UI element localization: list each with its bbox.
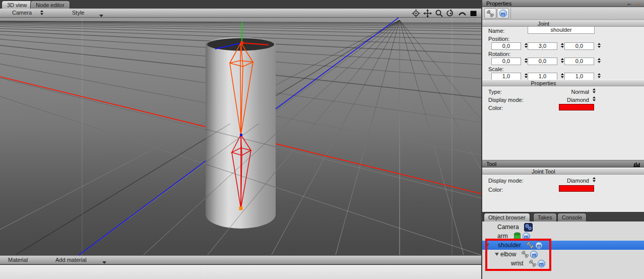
material-tab-button[interactable]: m: [497, 8, 509, 19]
app-window: 3D view Node editor Camera Style: [0, 0, 644, 279]
tab-console[interactable]: Console: [557, 213, 587, 221]
rotation-y-field[interactable]: 0,0: [528, 58, 557, 65]
position-z-spinner[interactable]: [598, 43, 602, 49]
back-arrow-icon[interactable]: ←: [626, 0, 632, 7]
tool-display-mode-spinner[interactable]: [593, 177, 597, 184]
tree-item-camera[interactable]: Camera: [482, 222, 644, 232]
position-z-field[interactable]: 0,0: [564, 42, 594, 50]
material-bar: Material Add material: [0, 255, 481, 264]
scale-z-field[interactable]: 1,0: [564, 73, 594, 80]
viewport-toolbar: Camera Style: [0, 9, 481, 18]
joint-tab-button[interactable]: [484, 8, 496, 19]
properties-panel-header: Properties ← →: [482, 0, 644, 7]
rotation-label: Rotation:: [488, 51, 510, 57]
bone-icon: [526, 241, 534, 249]
tool-settings-icon[interactable]: [633, 161, 640, 169]
scale-z-spinner[interactable]: [598, 73, 602, 80]
position-x-field[interactable]: 0,0: [491, 42, 521, 50]
tree-item-elbow[interactable]: elbow m: [482, 250, 644, 259]
rotation-z-field[interactable]: 0,0: [564, 58, 594, 65]
rotation-z-spinner[interactable]: [598, 58, 602, 65]
arc-icon[interactable]: [458, 9, 467, 18]
zoom-icon[interactable]: [435, 9, 443, 18]
left-column: 3D view Node editor Camera Style: [0, 0, 481, 279]
position-label: Position:: [488, 36, 509, 42]
material-badge: m: [535, 242, 543, 249]
properties-section-header: Properties: [482, 80, 644, 86]
type-label: Type:: [488, 89, 502, 95]
cylinder-icon: [513, 232, 522, 241]
tab-object-browser[interactable]: Object browser: [484, 213, 530, 221]
style-menu[interactable]: Style: [72, 10, 84, 16]
properties-title: Properties: [486, 1, 511, 7]
rotation-x-field[interactable]: 0,0: [491, 58, 521, 65]
tool-display-mode-value[interactable]: Diamond: [543, 178, 589, 184]
tool-panel-header: Tool: [482, 160, 644, 168]
tree-item-shoulder[interactable]: shoulder m: [482, 241, 644, 250]
pan-icon[interactable]: [423, 9, 432, 18]
add-material-menu[interactable]: Add material: [55, 257, 87, 263]
joint-color-swatch[interactable]: [559, 104, 594, 110]
wrist-joint-point[interactable]: [239, 207, 243, 210]
name-label: Name:: [488, 28, 504, 34]
tool-title: Tool: [486, 161, 496, 167]
viewport-3d[interactable]: [0, 18, 481, 255]
display-mode-label: Display mode:: [488, 97, 524, 103]
shoulder-joint-point[interactable]: [240, 41, 243, 44]
properties-toolbar: m: [482, 7, 644, 20]
elbow-joint-point[interactable]: [240, 134, 242, 136]
scale-x-field[interactable]: 1,0: [491, 73, 521, 80]
bone-icon: [521, 250, 529, 258]
tree-item-arm[interactable]: arm m: [482, 232, 644, 241]
tool-color-swatch[interactable]: [559, 185, 594, 192]
view-tabbar: 3D view Node editor: [0, 0, 481, 9]
scale-y-field[interactable]: 1,0: [528, 73, 557, 80]
scale-label: Scale:: [488, 66, 504, 72]
bone-icon: [529, 259, 537, 267]
browser-tabbar: Object browser Takes Console: [482, 212, 644, 221]
type-value[interactable]: Normal: [543, 89, 589, 95]
object-tree: Camera arm m shoulder: [482, 221, 644, 279]
material-area: [0, 265, 481, 279]
color-label: Color:: [488, 105, 503, 111]
tool-color-label: Color:: [488, 187, 503, 193]
camera-stepper[interactable]: [40, 10, 44, 16]
material-badge: m: [538, 260, 545, 267]
collapse-triangle-icon[interactable]: [485, 244, 489, 247]
tool-display-mode-label: Display mode:: [488, 178, 524, 184]
display-mode-spinner[interactable]: [593, 96, 597, 103]
add-material-dropdown-icon[interactable]: [102, 259, 106, 265]
name-input[interactable]: shoulder: [528, 26, 595, 34]
material-badge: m: [530, 251, 538, 258]
forward-arrow-icon[interactable]: →: [634, 0, 641, 7]
camera-menu[interactable]: Camera: [12, 10, 32, 16]
collapse-triangle-icon[interactable]: [495, 253, 499, 256]
material-label: Material: [8, 257, 28, 263]
type-spinner[interactable]: [593, 88, 597, 95]
tab-takes[interactable]: Takes: [533, 213, 557, 221]
tab-node-editor[interactable]: Node editor: [30, 1, 70, 9]
right-panel: Properties ← → m Joint Name: shou: [481, 0, 644, 279]
position-y-field[interactable]: 3,0: [528, 42, 557, 50]
viewport-tools: [412, 9, 477, 18]
tree-item-wrist[interactable]: wrist m: [482, 259, 644, 268]
bone-icon: [486, 10, 494, 18]
material-badge: m: [523, 233, 530, 240]
material-icon: m: [499, 10, 507, 17]
camera-icon: [524, 223, 533, 232]
display-mode-value[interactable]: Diamond: [543, 97, 589, 103]
record-icon[interactable]: [470, 10, 477, 17]
focus-icon[interactable]: [412, 9, 420, 18]
joint-tool-section-header: Joint Tool: [482, 168, 644, 175]
tab-3d-view[interactable]: 3D view: [2, 1, 32, 9]
orbit-icon[interactable]: [446, 9, 455, 18]
